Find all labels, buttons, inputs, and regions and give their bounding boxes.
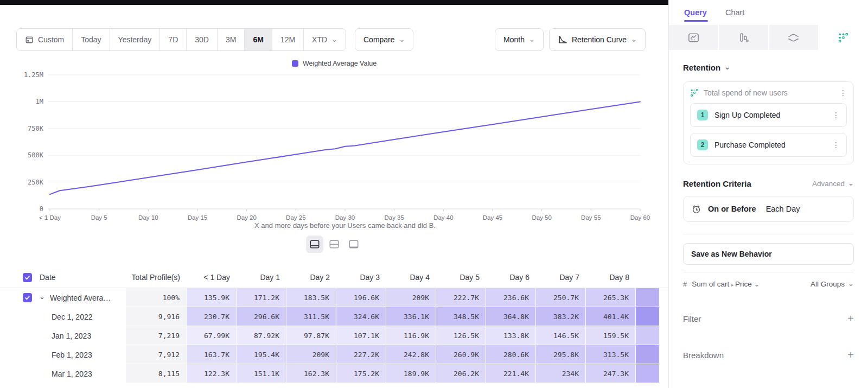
filter-section: Filter + [683, 313, 854, 324]
retention-value-cell: 116.9K [386, 326, 436, 345]
all-groups-dropdown[interactable]: All Groups ⌄ [810, 280, 854, 288]
insights-chart-icon [687, 31, 700, 44]
add-filter-button[interactable]: + [847, 313, 854, 324]
range-label: XTD [312, 35, 327, 44]
retention-value-cell: 227.2K [336, 345, 386, 364]
retention-value-cell: 67.99K [187, 326, 237, 345]
retention-section-header[interactable]: Retention ⌄ [683, 63, 854, 72]
range-12m[interactable]: 12M [272, 29, 303, 50]
tab-query[interactable]: Query [684, 8, 707, 22]
tab-chart[interactable]: Chart [725, 8, 744, 22]
retention-criteria-label: Retention Criteria [683, 179, 751, 188]
retention-value-cell: 280.6K [486, 345, 536, 364]
range-6m[interactable]: 6M [244, 29, 271, 50]
kebab-menu-icon[interactable]: ⋮ [832, 141, 840, 149]
table-row: Jan 1, 20237,21967.99K87.92K97.87K107.1K… [0, 326, 668, 345]
sidebar-content: Retention ⌄ Total spend of new users ⋮ [669, 63, 868, 360]
header-cell: Total Profile(s) [126, 267, 187, 288]
view-toggle-group [0, 236, 668, 253]
chevron-down-icon: ⌄ [631, 36, 637, 43]
kebab-menu-icon[interactable]: ⋮ [839, 89, 847, 97]
criteria-condition[interactable]: On or Before Each Day [683, 196, 854, 222]
compare-button[interactable]: Compare ⌄ [355, 28, 414, 51]
range-30d[interactable]: 30D [186, 29, 217, 50]
save-as-new-behavior-button[interactable]: Save as New Behavior [683, 243, 854, 265]
row-date-label: Feb 1, 2023 [15, 351, 92, 359]
chevron-down-icon: ⌄ [331, 36, 337, 43]
retention-value-cell: 348.5K [436, 307, 486, 326]
range-yesterday[interactable]: Yesterday [110, 29, 160, 50]
criteria-mode-label: Advanced [812, 180, 845, 188]
retention-value-cell: 221.4K [486, 364, 536, 383]
granularity-button[interactable]: Month ⌄ [495, 28, 544, 51]
behavior-step-1[interactable]: 1 Sign Up Completed ⋮ [690, 103, 847, 127]
flows-chart-icon [787, 31, 800, 44]
table-row: ⌄Weighted Average ...100%135.9K171.2K183… [0, 288, 668, 307]
retention-value-cell: 135.9K [187, 288, 237, 307]
range-3m[interactable]: 3M [217, 29, 244, 50]
split-view-button[interactable] [306, 236, 323, 253]
svg-text:250K: 250K [28, 179, 44, 186]
svg-text:Day 40: Day 40 [433, 214, 453, 221]
range-xtd[interactable]: XTD⌄ [303, 29, 346, 50]
chart-only-view-button[interactable] [326, 236, 343, 253]
tab-flows[interactable] [769, 25, 818, 50]
range-label: 6M [253, 35, 263, 44]
chart-legend[interactable]: Weighted Average Value [0, 60, 668, 67]
svg-text:Day 15: Day 15 [188, 214, 207, 221]
svg-text:500K: 500K [28, 151, 44, 159]
range-custom[interactable]: Custom [17, 29, 72, 50]
condition-primary: On or Before [708, 205, 756, 213]
range-7d[interactable]: 7D [159, 29, 186, 50]
behavior-card-header: Total spend of new users ⋮ [690, 88, 847, 97]
retention-dots-icon [690, 88, 699, 97]
retention-value-cell: 107.1K [336, 326, 386, 345]
header-cell-clipped [636, 267, 660, 288]
metric-row: # Sum of cart ▸ Price ⌄ All Groups ⌄ [683, 272, 854, 295]
svg-text:Day 20: Day 20 [237, 214, 256, 221]
total-profiles-cell: 9,916 [126, 307, 187, 326]
toolbar: CustomTodayYesterday7D30D3M6M12MXTD⌄ Com… [16, 28, 646, 51]
retention-value-cell-clipped [636, 326, 660, 345]
retention-dots-icon [838, 32, 849, 43]
tab-insights[interactable] [669, 25, 718, 50]
row-checkbox[interactable] [23, 293, 32, 302]
retention-value-cell: 122.3K [187, 364, 237, 383]
numeric-property-icon: # [683, 280, 687, 288]
retention-value-cell-clipped [636, 307, 660, 326]
breakdown-section: Breakdown + [683, 349, 854, 360]
breadcrumb-arrow-icon: ▸ [731, 282, 735, 288]
compare-label: Compare [363, 35, 395, 44]
filter-label: Filter [683, 314, 701, 323]
row-label-cell: Dec 1, 2022 [15, 307, 126, 326]
tab-retention[interactable] [819, 25, 868, 50]
chart-type-button[interactable]: Retention Curve ⌄ [549, 28, 646, 51]
kebab-menu-icon[interactable]: ⋮ [832, 111, 840, 119]
svg-text:750K: 750K [28, 125, 44, 132]
funnels-chart-icon [737, 31, 750, 44]
granularity-label: Month [503, 35, 525, 44]
range-today[interactable]: Today [72, 29, 109, 50]
retention-value-cell: 265.3K [586, 288, 636, 307]
range-label: 7D [168, 35, 178, 44]
retention-value-cell: 146.5K [536, 326, 586, 345]
date-range-selector: CustomTodayYesterday7D30D3M6M12MXTD⌄ [16, 28, 346, 51]
retention-value-cell: 151.1K [237, 364, 286, 383]
table-only-view-button[interactable] [345, 236, 362, 253]
table-body: ⌄Weighted Average ...100%135.9K171.2K183… [0, 288, 668, 383]
select-all-checkbox[interactable] [23, 273, 32, 282]
range-label: 3M [226, 35, 236, 44]
criteria-mode-dropdown[interactable]: Advanced ⌄ [812, 180, 854, 188]
retention-value-cell: 236.6K [486, 288, 536, 307]
add-breakdown-button[interactable]: + [847, 349, 854, 360]
header-cell: Date [15, 267, 126, 288]
expand-chevron-icon[interactable]: ⌄ [39, 292, 45, 301]
row-date-label: Dec 1, 2022 [15, 313, 93, 321]
svg-text:Day 5: Day 5 [91, 214, 107, 221]
behavior-step-2[interactable]: 2 Purchase Completed ⋮ [690, 133, 847, 157]
breakdown-label: Breakdown [683, 351, 724, 360]
svg-text:Day 30: Day 30 [335, 214, 355, 221]
svg-text:1M: 1M [36, 98, 43, 105]
tab-funnels[interactable] [719, 25, 768, 50]
metric-event-dropdown[interactable]: Sum of cart ▸ Price ⌄ [692, 280, 760, 288]
